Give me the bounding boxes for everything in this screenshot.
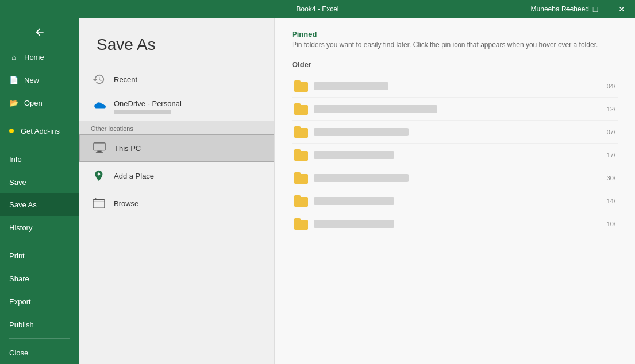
location-item-browse[interactable]: Browse bbox=[79, 189, 274, 217]
location-label-thispc: This PC bbox=[114, 144, 141, 153]
folder-row[interactable]: 30/ bbox=[292, 166, 618, 189]
sidebar-divider-4 bbox=[9, 338, 70, 339]
locations-column: Save As Recent OneDrive - Personal bbox=[79, 18, 275, 364]
folder-icon bbox=[294, 80, 308, 92]
sidebar-label-info: Info bbox=[9, 155, 22, 164]
sidebar-label-save: Save bbox=[9, 178, 26, 187]
folder-row[interactable]: 07/ bbox=[292, 121, 618, 144]
location-label-addplace: Add a Place bbox=[114, 172, 154, 180]
sidebar-label-get-add-ins: Get Add-ins bbox=[21, 127, 60, 135]
save-as-title: Save As bbox=[79, 30, 274, 65]
sidebar-item-history[interactable]: History bbox=[0, 216, 79, 239]
onedrive-sublabel-bar bbox=[114, 110, 171, 114]
pinned-desc: Pin folders you want to easily find late… bbox=[292, 41, 618, 49]
sidebar-label-publish: Publish bbox=[9, 320, 34, 329]
sidebar-item-print[interactable]: Print bbox=[0, 245, 79, 268]
svg-text:+: + bbox=[97, 171, 99, 175]
folder-icon bbox=[294, 126, 308, 138]
folder-date: 17/ bbox=[607, 152, 615, 158]
folder-row[interactable]: 17/ bbox=[292, 144, 618, 166]
title-bar-controls: ─ □ ✕ bbox=[556, 0, 635, 18]
older-title: Older bbox=[292, 60, 618, 69]
folder-name-bar bbox=[314, 174, 409, 182]
location-item-recent[interactable]: Recent bbox=[79, 65, 274, 93]
location-item-addplace[interactable]: + Add a Place bbox=[79, 162, 274, 189]
sidebar-label-print: Print bbox=[9, 251, 25, 260]
sidebar-item-share[interactable]: Share bbox=[0, 268, 79, 291]
open-icon: 📂 bbox=[9, 98, 18, 107]
sidebar-item-close[interactable]: Close bbox=[0, 341, 79, 364]
sidebar-label-close: Close bbox=[9, 348, 28, 357]
onedrive-icon bbox=[91, 99, 107, 115]
main-content: ⌂ Home 📄 New 📂 Open Get Add-ins Info Sav… bbox=[0, 18, 635, 364]
sidebar-label-save-as: Save As bbox=[9, 200, 37, 209]
folder-name-bar bbox=[314, 128, 409, 136]
pinned-title: Pinned bbox=[292, 30, 618, 38]
sidebar-label-home: Home bbox=[24, 53, 44, 61]
folder-row[interactable]: 14/ bbox=[292, 189, 618, 212]
title-bar-text: Book4 - Excel bbox=[296, 5, 338, 13]
sidebar-item-get-add-ins[interactable]: Get Add-ins bbox=[0, 119, 79, 142]
home-icon: ⌂ bbox=[9, 53, 18, 62]
folder-name-bar bbox=[314, 82, 388, 90]
save-as-panel: Save As Recent OneDrive - Personal bbox=[79, 18, 635, 364]
sidebar-item-export[interactable]: Export bbox=[0, 290, 79, 313]
svg-rect-2 bbox=[96, 152, 103, 153]
sidebar-label-new: New bbox=[24, 76, 39, 84]
minimize-button[interactable]: ─ bbox=[556, 0, 582, 18]
location-item-thispc[interactable]: This PC bbox=[79, 134, 274, 162]
sidebar-item-info[interactable]: Info bbox=[0, 148, 79, 171]
folder-row[interactable]: 10/ bbox=[292, 212, 618, 235]
folder-row[interactable]: 04/ bbox=[292, 75, 618, 98]
sidebar-item-save[interactable]: Save bbox=[0, 171, 79, 193]
recent-icon bbox=[91, 71, 107, 87]
back-button[interactable] bbox=[0, 18, 79, 46]
folder-name-bar bbox=[314, 197, 394, 205]
onedrive-label: OneDrive - Personal bbox=[114, 99, 182, 108]
maximize-button[interactable]: □ bbox=[582, 0, 609, 18]
location-label-recent: Recent bbox=[114, 75, 137, 84]
sidebar-divider-3 bbox=[9, 242, 70, 242]
sidebar-label-share: Share bbox=[9, 274, 29, 283]
folder-date: 07/ bbox=[607, 129, 615, 135]
folder-icon bbox=[294, 149, 308, 161]
back-arrow-icon bbox=[34, 26, 45, 38]
window-close-button[interactable]: ✕ bbox=[609, 0, 635, 18]
onedrive-label-group: OneDrive - Personal bbox=[114, 99, 182, 114]
sidebar-item-open[interactable]: 📂 Open bbox=[0, 92, 79, 115]
svg-rect-1 bbox=[97, 151, 101, 153]
folder-icon bbox=[294, 172, 308, 184]
folder-name-bar bbox=[314, 220, 394, 228]
sidebar-item-home[interactable]: ⌂ Home bbox=[0, 46, 79, 69]
folder-row[interactable]: 12/ bbox=[292, 98, 618, 121]
files-area: Pinned Pin folders you want to easily fi… bbox=[275, 18, 635, 364]
title-bar: Book4 - Excel Muneeba Rasheed ─ □ ✕ bbox=[0, 0, 635, 18]
folder-icon bbox=[294, 218, 308, 230]
thispc-icon bbox=[91, 140, 107, 156]
folder-name-bar bbox=[314, 151, 394, 159]
svg-rect-4 bbox=[93, 200, 105, 208]
sidebar-label-open: Open bbox=[24, 99, 43, 107]
other-locations-header: Other locations bbox=[79, 121, 274, 134]
new-icon: 📄 bbox=[9, 76, 18, 85]
addplace-icon: + bbox=[91, 168, 107, 184]
location-item-onedrive[interactable]: OneDrive - Personal bbox=[79, 93, 274, 121]
folder-icon bbox=[294, 103, 308, 115]
addins-dot-icon bbox=[9, 129, 14, 133]
sidebar-item-new[interactable]: 📄 New bbox=[0, 69, 79, 92]
svg-rect-0 bbox=[94, 143, 105, 150]
sidebar-divider-2 bbox=[9, 145, 70, 145]
sidebar-label-history: History bbox=[9, 223, 32, 232]
folder-name-bar bbox=[314, 105, 437, 113]
folder-date: 12/ bbox=[607, 106, 615, 113]
folder-date: 04/ bbox=[607, 83, 615, 90]
folder-icon bbox=[294, 195, 308, 207]
sidebar-item-publish[interactable]: Publish bbox=[0, 313, 79, 336]
sidebar-divider-1 bbox=[9, 117, 70, 117]
location-label-browse: Browse bbox=[114, 199, 138, 208]
folder-date: 30/ bbox=[607, 175, 615, 181]
browse-icon bbox=[91, 195, 107, 211]
sidebar-item-save-as[interactable]: Save As bbox=[0, 193, 79, 216]
sidebar-label-export: Export bbox=[9, 297, 31, 306]
sidebar: ⌂ Home 📄 New 📂 Open Get Add-ins Info Sav… bbox=[0, 18, 79, 364]
